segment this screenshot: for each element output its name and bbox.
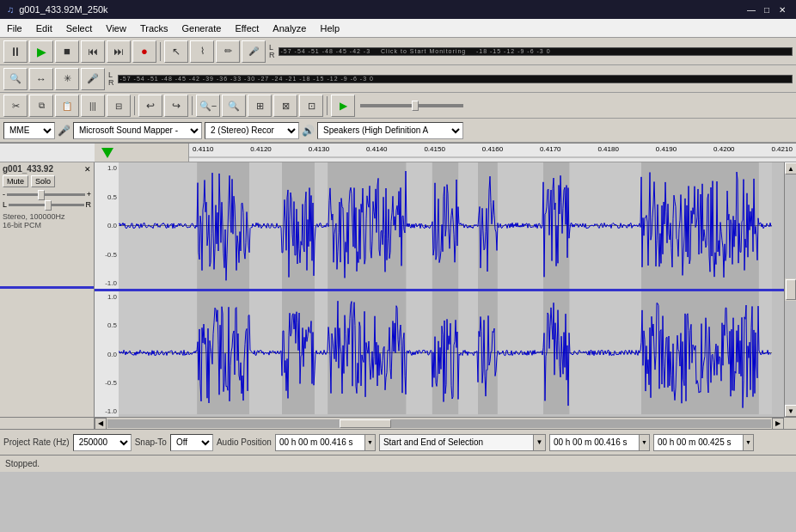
time2-dropdown[interactable]: ▼ [640, 434, 650, 451]
time3-dropdown[interactable]: ▼ [744, 434, 754, 451]
menu-help[interactable]: Help [313, 19, 346, 37]
mic-btn2[interactable]: 🎤 [81, 68, 105, 90]
pencil-tool[interactable]: ✏ [216, 40, 240, 63]
zoom-in-tool[interactable]: 🔍 [3, 68, 28, 90]
record-button[interactable]: ● [132, 40, 156, 63]
pause-button[interactable]: ⏸ [3, 40, 28, 63]
speed-slider-thumb[interactable] [412, 101, 419, 111]
ruler-4: 0.4150 [424, 145, 444, 153]
track-header-panel: g001_433.92 ✕ Mute Solo - + L R [0, 162, 95, 417]
play-button[interactable]: ▶ [29, 40, 53, 63]
api-select[interactable]: MME [3, 122, 55, 139]
forward-button[interactable]: ⏭ [107, 40, 131, 63]
mic-icon: 🎤 [58, 125, 70, 137]
multi-tool[interactable]: ✳ [55, 68, 79, 90]
pan-slider-thumb[interactable] [45, 200, 52, 211]
titlebar: ♫ g001_433.92M_250k — □ ✕ [0, 0, 796, 19]
lr-labels2: L R [108, 71, 116, 87]
project-rate-select-wrap: 250000 [73, 434, 132, 451]
play-speed-btn[interactable]: ▶ [331, 95, 355, 117]
ruler-8: 0.4190 [656, 145, 677, 153]
silence-btn[interactable]: ⊟ [107, 95, 131, 117]
playhead-triangle [101, 148, 113, 158]
window-title: ♫ g001_433.92M_250k [7, 4, 108, 15]
undo-btn[interactable]: ↩ [138, 95, 162, 117]
select-tool[interactable]: ↖ [164, 40, 188, 63]
paste-btn[interactable]: 📋 [55, 95, 79, 117]
menu-tracks[interactable]: Tracks [133, 19, 175, 37]
zoom-full-btn[interactable]: ⊡ [299, 95, 323, 117]
vscroll-down-arrow[interactable]: ▼ [785, 405, 796, 417]
audio-pos-input-wrap: 00 h 00 m 00.416 s ▼ [275, 434, 376, 451]
ruler-left-panel [95, 144, 189, 162]
vscrollbar: ▲ ▼ [784, 162, 796, 417]
hscroll-thumb[interactable] [340, 419, 391, 428]
back-button[interactable]: ⏮ [81, 40, 105, 63]
vscroll-up-arrow[interactable]: ▲ [785, 162, 796, 174]
vu-scale-top: -57 -54 -51 -48 -45 -42 -3 Click to Star… [281, 48, 551, 54]
output-device-select[interactable]: Speakers (High Definition A [317, 122, 463, 139]
zoom-normal-btn[interactable]: 🔍 [222, 95, 246, 117]
vol-label-plus: + [87, 190, 91, 199]
stop-button[interactable]: ■ [55, 40, 79, 63]
window-controls: — □ ✕ [744, 3, 789, 16]
trim-btn[interactable]: ||| [81, 95, 105, 117]
track-info: Stereo, 100000Hz 16-bit PCM [3, 212, 91, 229]
track-header-upper: g001_433.92 ✕ Mute Solo - + L R [0, 162, 94, 289]
toolbar-row-1: ⏸ ▶ ■ ⏮ ⏭ ● ↖ ⌇ ✏ 🎤 L R -57 -54 -51 -48 … [0, 38, 796, 65]
close-button[interactable]: ✕ [775, 3, 789, 16]
menu-analyze[interactable]: Analyze [266, 19, 313, 37]
channel-select[interactable]: 2 (Stereo) Recor [205, 122, 299, 139]
ruler-scale: 0.4110 0.4120 0.4130 0.4140 0.4150 0.416… [189, 144, 796, 162]
zoom-fit-btn[interactable]: ⊞ [248, 95, 272, 117]
toolbar-row-3: ✂ ⧉ 📋 ||| ⊟ ↩ ↪ 🔍− 🔍 ⊞ ⊠ ⊡ ▶ [0, 93, 796, 119]
menu-select[interactable]: Select [59, 19, 100, 37]
audio-pos-dropdown[interactable]: ▼ [365, 434, 376, 451]
maximize-button[interactable]: □ [760, 3, 774, 16]
time3-value: 00 h 00 m 00.425 s [653, 434, 744, 451]
menu-edit[interactable]: Edit [29, 19, 59, 37]
ruler-5: 0.4160 [482, 145, 503, 153]
audio-pos-label: Audio Position [217, 437, 272, 447]
vol-slider-thumb[interactable] [38, 190, 45, 200]
menu-view[interactable]: View [99, 19, 133, 37]
zoom-out-btn[interactable]: 🔍− [196, 95, 220, 117]
vu-meter-bottom: -57 -54 -51 -48 -45 -42 -39 -36 -33 -30 … [118, 75, 793, 83]
cut-btn[interactable]: ✂ [3, 95, 28, 117]
speaker-icon: 🔊 [302, 125, 315, 137]
minimize-button[interactable]: — [744, 3, 758, 16]
copy-btn[interactable]: ⧉ [29, 95, 53, 117]
input-device-select[interactable]: Microsoft Sound Mapper - [73, 122, 202, 139]
vu-scale-bottom: -57 -54 -51 -48 -45 -42 -39 -36 -33 -30 … [120, 76, 374, 82]
menu-effect[interactable]: Effect [228, 19, 266, 37]
speed-slider-track [360, 104, 463, 107]
envelope-tool[interactable]: ⌇ [190, 40, 214, 63]
selection-type-dropdown[interactable]: ▼ [534, 434, 546, 451]
zoom-tool[interactable]: 🎤 [242, 40, 266, 63]
track-divider [95, 289, 784, 291]
vscroll-thumb[interactable] [786, 279, 796, 300]
hscroll-right-arrow[interactable]: ▶ [772, 418, 784, 430]
toolbar-row-4: MME 🎤 Microsoft Sound Mapper - 2 (Stereo… [0, 119, 796, 143]
statusbar: Stopped. [0, 455, 796, 472]
solo-button[interactable]: Solo [31, 175, 55, 187]
time-shift-tool[interactable]: ↔ [29, 68, 53, 90]
menu-generate[interactable]: Generate [175, 19, 229, 37]
ruler: 0.4110 0.4120 0.4130 0.4140 0.4150 0.416… [0, 144, 796, 162]
track-close-btn[interactable]: ✕ [84, 165, 91, 174]
menu-file[interactable]: File [0, 19, 29, 37]
snap-to-select[interactable]: Off [170, 434, 213, 451]
pan-slider-track [9, 204, 83, 206]
mute-button[interactable]: Mute [3, 175, 28, 187]
project-rate-select[interactable]: 250000 [73, 434, 132, 451]
sep4 [327, 96, 328, 115]
selection-type-wrap: Start and End of Selection ▼ [379, 434, 546, 451]
track-info-line1: Stereo, 100000Hz [3, 212, 91, 221]
pan-label-l: L [3, 200, 7, 209]
redo-btn[interactable]: ↪ [164, 95, 188, 117]
ruler-labels: 0.4110 0.4120 0.4130 0.4140 0.4150 0.416… [189, 145, 796, 153]
vol-slider-track [7, 193, 85, 196]
zoom-sel-btn[interactable]: ⊠ [273, 95, 297, 117]
lr-labels: L R [269, 44, 277, 59]
hscroll-left-arrow[interactable]: ◀ [95, 418, 107, 430]
